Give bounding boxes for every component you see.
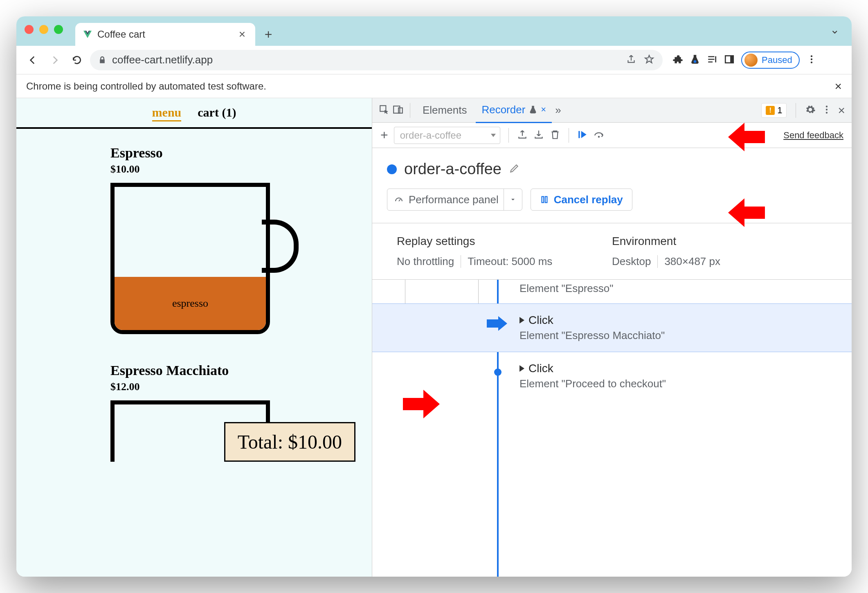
timeout-value[interactable]: Timeout: 5000 ms: [461, 255, 559, 268]
lock-icon: [98, 56, 106, 64]
expand-caret-icon[interactable]: [519, 365, 524, 372]
cup-fill-label: espresso: [115, 277, 266, 330]
svg-point-4: [810, 58, 812, 60]
expand-caret-icon[interactable]: [519, 317, 524, 323]
pause-icon: [540, 195, 549, 204]
page-nav: menu cart (1): [16, 98, 372, 129]
timeline-step-current[interactable]: Click Element "Espresso Macchiato": [372, 303, 852, 352]
labs-icon[interactable]: [690, 54, 700, 66]
annotation-arrow-icon: [728, 198, 765, 227]
timeline-step[interactable]: Click Element "Proceed to checkout": [372, 352, 852, 400]
recording-actions: Performance panel Cancel replay: [372, 189, 852, 223]
avatar-icon: [744, 54, 758, 67]
svg-rect-12: [578, 131, 580, 138]
throttle-value[interactable]: No throttling: [397, 255, 461, 268]
recording-title: order-a-coffee: [404, 160, 501, 178]
current-step-marker-icon: [487, 316, 497, 326]
webpage-viewport: menu cart (1) Espresso $10.00 espresso E…: [16, 98, 372, 577]
step-subtitle: Element "Proceed to checkout": [519, 377, 835, 390]
window-controls: [25, 25, 63, 34]
flask-icon: [528, 105, 537, 114]
share-icon[interactable]: [626, 54, 636, 66]
timeline-step[interactable]: Total: $0.00 Element "Espresso": [372, 282, 852, 303]
svg-point-11: [826, 112, 828, 113]
performance-panel-button[interactable]: Performance panel: [387, 189, 522, 211]
devtools-panel: Elements Recorder × » ! 1 ×: [372, 98, 852, 577]
step-dot-icon: [494, 368, 501, 376]
svg-point-10: [826, 108, 828, 110]
svg-rect-2: [730, 56, 733, 63]
reload-button[interactable]: [68, 51, 86, 69]
annotation-arrow-icon: [403, 390, 440, 418]
svg-rect-15: [545, 197, 547, 203]
tab-close-icon[interactable]: ×: [236, 28, 248, 41]
svg-point-5: [810, 61, 812, 63]
new-tab-button[interactable]: +: [259, 25, 278, 44]
tab-close-icon[interactable]: ×: [541, 104, 546, 115]
automation-banner-text: Chrome is being controlled by automated …: [26, 81, 266, 92]
issues-badge[interactable]: ! 1: [761, 103, 787, 118]
export-icon[interactable]: [517, 129, 528, 142]
coffee-cup-graphic[interactable]: espresso: [110, 183, 282, 338]
svg-point-9: [826, 106, 828, 107]
product-title: Espresso: [110, 145, 333, 161]
automation-banner-close-icon[interactable]: ×: [834, 79, 842, 93]
forward-button[interactable]: [46, 51, 64, 69]
recording-status-dot-icon: [387, 164, 397, 174]
profile-paused-pill[interactable]: Paused: [741, 52, 800, 69]
replay-step-icon[interactable]: [577, 129, 588, 142]
product-price: $10.00: [110, 163, 333, 175]
svg-rect-14: [542, 197, 544, 203]
gauge-icon: [394, 195, 404, 204]
tab-title: Coffee cart: [97, 29, 232, 40]
recording-header: order-a-coffee: [372, 148, 852, 189]
window-close-icon[interactable]: [25, 25, 34, 34]
import-icon[interactable]: [533, 129, 544, 142]
nav-menu-link[interactable]: menu: [152, 106, 182, 121]
reading-list-icon[interactable]: [707, 54, 717, 66]
steps-timeline: Total: $0.00 Element "Espresso" Click El…: [372, 280, 852, 577]
step-title: Click: [528, 362, 553, 375]
delete-icon[interactable]: [550, 129, 560, 142]
send-feedback-link[interactable]: Send feedback: [783, 130, 843, 141]
total-overlay[interactable]: Total: $10.00: [224, 422, 355, 462]
cancel-replay-button[interactable]: Cancel replay: [531, 189, 632, 211]
svg-point-3: [810, 55, 812, 57]
recording-selector[interactable]: order-a-coffee: [394, 127, 500, 144]
dropdown-caret-icon[interactable]: [504, 189, 522, 210]
window-minimize-icon[interactable]: [39, 25, 48, 34]
tab-elements[interactable]: Elements: [417, 98, 472, 122]
devtools-close-icon[interactable]: ×: [838, 103, 845, 117]
edit-title-icon[interactable]: [509, 163, 519, 175]
step-subtitle: Element "Espresso Macchiato": [519, 329, 835, 342]
bookmark-star-icon[interactable]: [644, 54, 654, 66]
replay-settings-label: Replay settings: [397, 235, 612, 248]
new-recording-icon[interactable]: +: [380, 128, 388, 143]
product-price: $12.00: [110, 381, 333, 393]
nav-cart-link[interactable]: cart (1): [198, 106, 236, 121]
tab-recorder[interactable]: Recorder ×: [476, 98, 552, 123]
svg-point-13: [598, 136, 600, 137]
device-toolbar-icon[interactable]: [393, 104, 403, 117]
svg-point-0: [694, 60, 697, 63]
devtools-menu-icon[interactable]: [821, 104, 832, 117]
more-tabs-icon[interactable]: »: [555, 104, 561, 117]
browser-tab[interactable]: Coffee cart ×: [75, 23, 255, 46]
annotation-arrow-icon: [728, 123, 765, 151]
browser-menu-icon[interactable]: [806, 54, 817, 66]
url-text: coffee-cart.netlify.app: [112, 54, 213, 66]
step-over-icon[interactable]: [594, 129, 604, 142]
settings-gear-icon[interactable]: [805, 104, 816, 117]
window-zoom-icon[interactable]: [54, 25, 63, 34]
env-viewport[interactable]: 380×487 px: [657, 255, 727, 268]
inspect-element-icon[interactable]: [379, 104, 389, 117]
env-device[interactable]: Desktop: [612, 255, 657, 268]
warning-icon: !: [766, 106, 775, 115]
side-panel-icon[interactable]: [724, 54, 735, 66]
back-button[interactable]: [24, 51, 42, 69]
address-bar[interactable]: coffee-cart.netlify.app: [90, 50, 663, 70]
tabs-overflow-icon[interactable]: ⌄: [830, 23, 839, 36]
recorder-toolbar: + order-a-coffee Send feedback: [372, 123, 852, 148]
paused-label: Paused: [762, 55, 792, 65]
extensions-icon[interactable]: [672, 54, 683, 66]
